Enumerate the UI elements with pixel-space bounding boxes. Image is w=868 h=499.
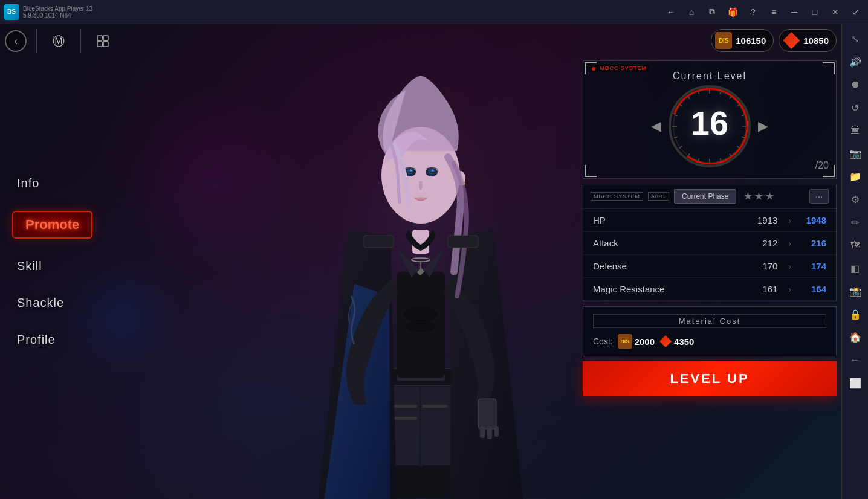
mbcc-system-label: MBCC SYSTEM <box>589 65 649 72</box>
stat-attack-label: Attack <box>593 238 741 248</box>
menu-icon-btn[interactable]: Ⓜ <box>47 29 71 53</box>
corner-bracket-tr <box>823 62 835 74</box>
level-up-button[interactable]: Level Up <box>583 361 837 396</box>
gem-currency[interactable]: 10850 <box>779 29 837 52</box>
dis-icon: DIS <box>715 32 732 49</box>
sidebar-edit-icon[interactable]: ✏ <box>846 213 865 232</box>
sidebar-store-icon[interactable]: 🏛 <box>846 121 865 140</box>
dis-cost-value: 2000 <box>635 336 655 347</box>
stat-hp-next: 1948 <box>796 215 826 225</box>
svg-rect-15 <box>478 399 496 429</box>
minimize-btn[interactable]: ─ <box>785 4 804 21</box>
phase-star-3 <box>765 192 774 201</box>
stat-row-hp: HP 1913 › 1948 <box>583 209 836 232</box>
svg-point-29 <box>432 170 434 172</box>
stat-defense-current: 170 <box>741 261 777 271</box>
svg-rect-35 <box>103 36 108 40</box>
stat-magic-label: Magic Resistance <box>593 284 741 294</box>
svg-rect-33 <box>363 236 394 248</box>
sidebar-screenshot-icon[interactable]: 📷 <box>846 144 865 163</box>
sidebar-expand-icon[interactable]: ⤡ <box>846 29 865 48</box>
level-section: MBCC SYSTEM Current Level ◀ <box>583 60 837 179</box>
stat-magic-current: 161 <box>741 284 777 294</box>
level-decrease-btn[interactable]: ◀ <box>651 118 661 134</box>
svg-rect-32 <box>448 236 478 248</box>
gem-icon <box>783 32 800 49</box>
svg-rect-7 <box>392 405 417 408</box>
tabs-nav-btn[interactable]: ⧉ <box>702 4 722 21</box>
red-dot-indicator <box>592 67 595 71</box>
grid-icon-btn[interactable] <box>91 29 115 53</box>
current-phase-btn[interactable]: Current Phase <box>674 189 736 204</box>
titlebar: BS BlueStacks App Player 13 5.9.300.1014… <box>0 0 868 24</box>
adbl-tag: A081 <box>648 192 669 201</box>
svg-rect-16 <box>480 426 485 438</box>
svg-rect-36 <box>97 42 102 47</box>
more-options-btn[interactable]: ··· <box>809 189 829 204</box>
level-circle-container: ◀ <box>593 84 826 169</box>
back-button[interactable]: ‹ <box>5 30 27 52</box>
stat-row-defense: Defense 170 › 174 <box>583 255 836 278</box>
sidebar-layers-icon[interactable]: ◧ <box>846 259 865 278</box>
menu-item-shackle[interactable]: Shackle <box>12 294 92 312</box>
menu-item-promote[interactable]: Promote <box>12 211 92 239</box>
info-btn[interactable]: ? <box>743 4 763 21</box>
sidebar-map-icon[interactable]: 🗺 <box>846 236 865 255</box>
svg-rect-34 <box>97 36 102 40</box>
sidebar-folder-icon[interactable]: 📁 <box>846 167 865 186</box>
home-nav-btn[interactable]: ⌂ <box>682 4 701 21</box>
gem-cost-value: 4350 <box>674 336 694 347</box>
dis-cost-icon: DIS <box>618 334 632 349</box>
nav-divider-1 <box>36 29 37 53</box>
material-section: Material Cost Cost: DIS 2000 4350 <box>583 306 837 356</box>
maximize-btn[interactable]: □ <box>805 4 824 21</box>
stat-attack-next: 216 <box>796 238 826 248</box>
sidebar-back-icon[interactable]: ← <box>846 350 865 370</box>
sidebar-square-icon[interactable]: ⬜ <box>846 373 865 393</box>
sidebar-settings-icon[interactable]: ⚙ <box>846 190 865 209</box>
mbcc-tag: MBCC SYSTEM <box>591 192 643 201</box>
currency-bar: DIS 106150 10850 <box>711 29 837 52</box>
stats-panel: MBCC SYSTEM A081 Current Phase ··· HP 19… <box>583 184 837 301</box>
back-nav-btn[interactable]: ← <box>661 4 681 21</box>
expand-btn[interactable]: ⤢ <box>846 4 866 21</box>
game-area: ‹ Ⓜ DIS 106150 10850 <box>0 24 841 499</box>
sidebar-home-icon[interactable]: 🏠 <box>846 327 865 347</box>
sidebar-camera-icon[interactable]: 📸 <box>846 282 865 301</box>
dis-value: 106150 <box>736 36 766 46</box>
stats-header: MBCC SYSTEM A081 Current Phase ··· <box>583 184 836 209</box>
menu-item-info[interactable]: Info <box>12 174 92 193</box>
svg-point-13 <box>404 307 438 321</box>
svg-point-26 <box>406 169 413 174</box>
stat-hp-current: 1913 <box>741 215 777 225</box>
character-svg <box>300 42 542 499</box>
gift-btn[interactable]: 🎁 <box>723 4 742 21</box>
bluestacks-logo: BS <box>4 4 19 20</box>
level-increase-btn[interactable]: ▶ <box>758 118 768 134</box>
sidebar-record-icon[interactable]: ⏺ <box>846 75 865 94</box>
right-panel: MBCC SYSTEM Current Level ◀ <box>583 60 837 396</box>
stat-hp-label: HP <box>593 215 741 225</box>
menu-btn[interactable]: ≡ <box>764 4 783 21</box>
svg-point-28 <box>410 170 412 172</box>
level-number: 16 <box>691 103 728 143</box>
stat-row-magic: Magic Resistance 161 › 164 <box>583 278 836 301</box>
menu-item-skill[interactable]: Skill <box>12 257 92 275</box>
dis-currency[interactable]: DIS 106150 <box>711 29 774 52</box>
nav-divider-2 <box>80 29 81 53</box>
svg-rect-18 <box>494 426 499 437</box>
bg-glow-1 <box>121 85 302 266</box>
menu-item-profile[interactable]: Profile <box>12 330 92 349</box>
dis-cost-item: DIS 2000 <box>618 334 655 349</box>
svg-rect-17 <box>487 426 492 439</box>
phase-star-2 <box>754 192 763 201</box>
sidebar-rotate-icon[interactable]: ↺ <box>846 98 865 117</box>
current-level-label: Current Level <box>673 71 747 81</box>
stat-defense-next: 174 <box>796 261 826 271</box>
stat-hp-arrow: › <box>788 216 791 225</box>
stat-row-attack: Attack 212 › 216 <box>583 232 836 255</box>
sidebar-lock-icon[interactable]: 🔒 <box>846 304 865 324</box>
svg-rect-8 <box>392 417 417 420</box>
close-btn[interactable]: ✕ <box>826 4 845 21</box>
sidebar-volume-icon[interactable]: 🔊 <box>846 52 865 71</box>
